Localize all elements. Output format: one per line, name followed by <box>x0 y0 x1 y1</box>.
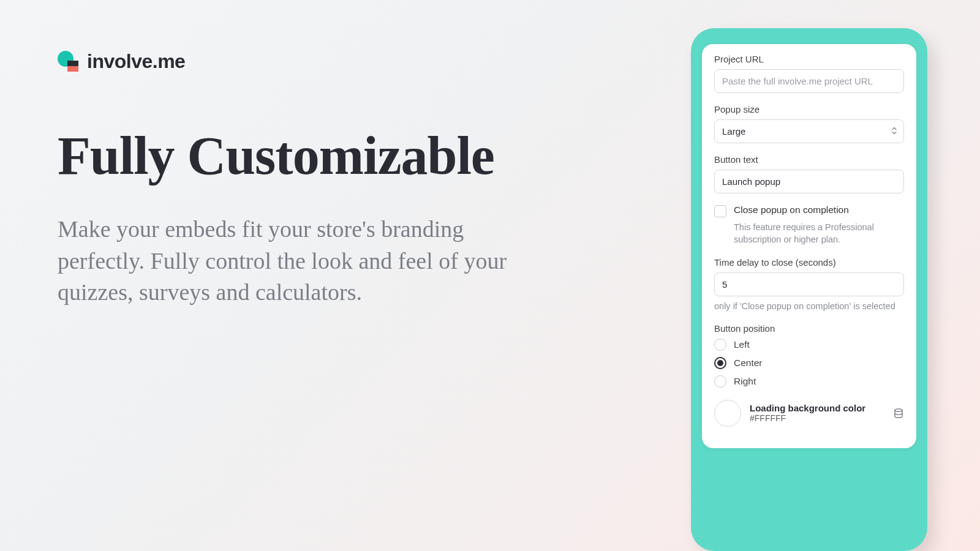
close-on-completion-group: Close popup on completion This feature r… <box>714 204 904 246</box>
close-on-completion-checkbox[interactable] <box>714 205 726 217</box>
database-icon[interactable] <box>893 408 904 419</box>
button-position-option-center[interactable]: Center <box>714 357 904 369</box>
svg-point-0 <box>895 409 902 411</box>
time-delay-note: only if 'Close popup on completion' is s… <box>714 300 904 312</box>
button-position-group: Button position LeftCenterRight <box>714 323 904 388</box>
button-position-option-left[interactable]: Left <box>714 339 904 351</box>
settings-panel-frame: Project URL Popup size Button text Close… <box>691 28 927 551</box>
time-delay-label: Time delay to close (seconds) <box>714 257 904 268</box>
radio-label: Center <box>734 358 763 369</box>
close-on-completion-label: Close popup on completion <box>734 204 849 216</box>
settings-card: Project URL Popup size Button text Close… <box>702 44 916 448</box>
time-delay-group: Time delay to close (seconds) only if 'C… <box>714 257 904 312</box>
loading-bg-value: #FFFFFF <box>750 413 884 423</box>
brand-logo: involve.me <box>58 50 523 73</box>
close-on-completion-note: This feature requires a Professional sub… <box>734 221 904 246</box>
project-url-group: Project URL <box>714 54 904 93</box>
popup-size-group: Popup size <box>714 104 904 143</box>
button-text-input[interactable] <box>714 170 904 193</box>
loading-bg-swatch[interactable] <box>714 400 741 427</box>
button-position-option-right[interactable]: Right <box>714 375 904 388</box>
project-url-label: Project URL <box>714 54 904 64</box>
button-position-label: Button position <box>714 323 904 334</box>
radio-label: Left <box>734 339 750 350</box>
radio-icon <box>714 375 726 388</box>
radio-icon <box>714 339 726 351</box>
project-url-input[interactable] <box>714 69 904 93</box>
popup-size-select[interactable] <box>714 119 904 143</box>
radio-icon <box>714 357 726 369</box>
brand-logo-mark <box>58 51 80 73</box>
radio-label: Right <box>734 376 756 387</box>
hero-title: Fully Customizable <box>58 128 523 184</box>
loading-bg-group: Loading background color #FFFFFF <box>714 400 904 427</box>
brand-name: involve.me <box>87 50 185 73</box>
hero-subtitle: Make your embeds fit your store's brandi… <box>58 214 511 308</box>
button-text-group: Button text <box>714 154 904 193</box>
time-delay-input[interactable] <box>714 272 904 296</box>
popup-size-label: Popup size <box>714 104 904 114</box>
button-text-label: Button text <box>714 154 904 165</box>
loading-bg-label: Loading background color <box>750 403 884 413</box>
